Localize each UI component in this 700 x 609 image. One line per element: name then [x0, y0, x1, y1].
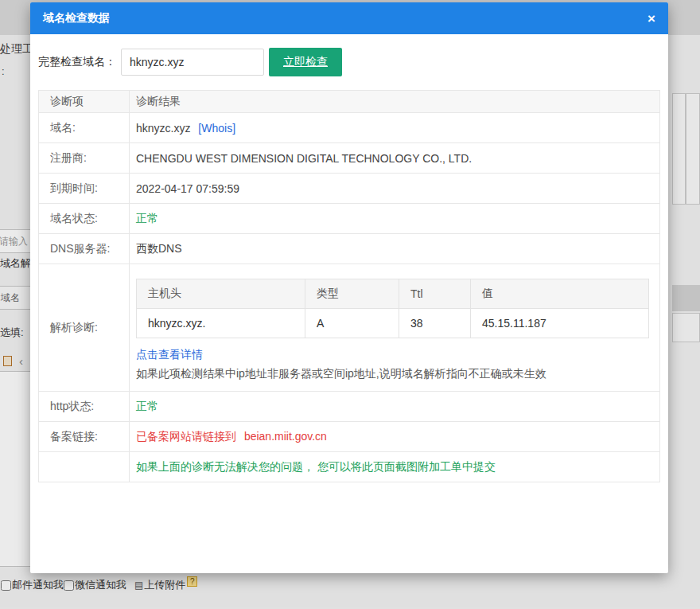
row-tip-label — [39, 452, 130, 482]
close-icon[interactable]: × — [648, 12, 655, 25]
dns-record-type: A — [305, 309, 399, 338]
dns-record-row: hknyzc.xyz. A 38 45.15.11.187 — [137, 309, 649, 338]
row-domain: 域名: hknyzc.xyz [Whois] — [39, 113, 660, 143]
row-resolve-label: 解析诊断: — [39, 264, 130, 392]
beian-link[interactable]: beian.miit.gov.cn — [244, 430, 327, 443]
dns-records-header-row: 主机头 类型 Ttl 值 — [137, 279, 649, 309]
diagnostics-table: 诊断项 诊断结果 域名: hknyzc.xyz [Whois] 注册商: CHE… — [38, 90, 660, 482]
tip-text: 如果上面的诊断无法解决您的问题， 您可以将此页面截图附加工单中提交 — [136, 460, 496, 473]
row-beian-label: 备案链接: — [39, 422, 130, 452]
modal-title: 域名检查数据 — [43, 11, 110, 25]
row-http-status-label: http状态: — [39, 392, 130, 422]
row-dns-server-label: DNS服务器: — [39, 234, 130, 264]
diagnostics-header-row: 诊断项 诊断结果 — [39, 91, 660, 113]
domain-input-label: 完整检查域名： — [38, 55, 121, 69]
whois-link[interactable]: [Whois] — [198, 122, 235, 135]
resolve-note: 如果此项检测结果中ip地址非服务器或空间ip地址,说明域名解析指向不正确或未生效 — [136, 367, 651, 381]
http-status-value: 正常 — [136, 400, 158, 412]
col-host: 主机头 — [137, 279, 305, 309]
dns-record-host: hknyzc.xyz. — [137, 309, 305, 338]
domain-check-modal: 域名检查数据 × 完整检查域名： 立即检查 诊断项 诊断结果 域名: hknyz… — [30, 2, 668, 573]
dns-record-value: 45.15.11.187 — [471, 309, 649, 338]
col-value: 值 — [471, 279, 649, 309]
row-resolve: 解析诊断: 主机头 类型 Ttl 值 — [39, 264, 660, 392]
check-now-button[interactable]: 立即检查 — [269, 48, 342, 76]
modal-header: 域名检查数据 × — [30, 2, 668, 34]
row-registrar-label: 注册商: — [39, 143, 130, 174]
domain-value: hknyzc.xyz — [136, 122, 190, 135]
registrar-value: CHENGDU WEST DIMENSION DIGITAL TECHNOLOG… — [130, 143, 660, 174]
domain-check-form: 完整检查域名： 立即检查 — [38, 48, 660, 76]
row-registrar: 注册商: CHENGDU WEST DIMENSION DIGITAL TECH… — [39, 143, 660, 174]
domain-input[interactable] — [121, 49, 264, 76]
col-diagnostic-result: 诊断结果 — [130, 91, 660, 113]
dns-server-value: 西数DNS — [130, 234, 660, 264]
row-domain-status-label: 域名状态: — [39, 204, 130, 234]
beian-text: 已备案网站请链接到 — [136, 430, 236, 443]
col-diagnostic-item: 诊断项 — [39, 91, 130, 113]
domain-status-value: 正常 — [136, 212, 158, 224]
row-domain-label: 域名: — [39, 113, 130, 143]
expire-value: 2022-04-17 07:59:59 — [130, 174, 660, 204]
row-tip: 如果上面的诊断无法解决您的问题， 您可以将此页面截图附加工单中提交 — [39, 452, 660, 482]
row-dns-server: DNS服务器: 西数DNS — [39, 234, 660, 264]
row-domain-status: 域名状态: 正常 — [39, 204, 660, 234]
row-expire: 到期时间: 2022-04-17 07:59:59 — [39, 174, 660, 204]
dns-record-ttl: 38 — [399, 309, 471, 338]
row-beian: 备案链接: 已备案网站请链接到 beian.miit.gov.cn — [39, 422, 660, 452]
col-ttl: Ttl — [399, 279, 471, 309]
view-details-link[interactable]: 点击查看详情 — [136, 348, 203, 362]
dns-records-table: 主机头 类型 Ttl 值 hknyzc.xyz. A 38 45 — [136, 279, 649, 338]
row-http-status: http状态: 正常 — [39, 392, 660, 422]
col-type: 类型 — [305, 279, 399, 309]
row-expire-label: 到期时间: — [39, 174, 130, 204]
